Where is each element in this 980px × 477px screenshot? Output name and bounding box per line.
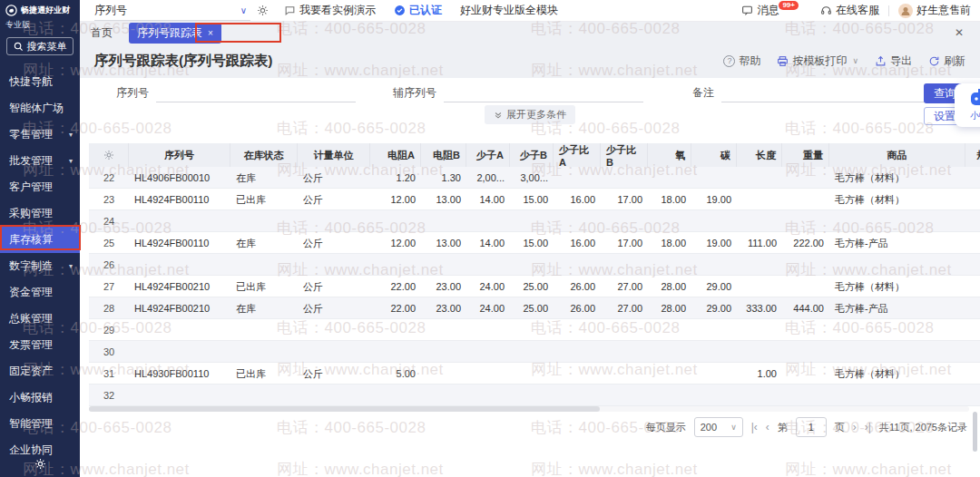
expand-more-conditions-button[interactable]: 展开更多条件 — [485, 105, 575, 124]
column-header[interactable]: 少子比B — [601, 143, 648, 167]
sidebar-item-13[interactable]: 智能管理 — [0, 411, 80, 437]
table-cell — [554, 341, 601, 363]
table-cell: 毛方棒（材料） — [829, 189, 965, 210]
export-button[interactable]: 导出 — [875, 54, 912, 69]
column-header[interactable]: 规格型号 — [965, 143, 980, 167]
sidebar-search-button[interactable]: 搜索菜单 — [6, 37, 74, 55]
user-menu[interactable]: 好生意售前 — [898, 3, 971, 18]
column-header[interactable]: 重量 — [782, 143, 829, 167]
table-cell: 25.00 — [510, 276, 554, 297]
certified-badge[interactable]: 已认证 — [394, 3, 442, 18]
sidebar-item-11[interactable]: 固定资产 — [0, 358, 80, 385]
prev-page-icon[interactable]: ‹ — [766, 421, 769, 433]
table-cell: 12.00 — [370, 232, 421, 254]
print-by-template-button[interactable]: 按模板打印 ∨ — [777, 54, 858, 69]
column-header[interactable]: 少子比A — [554, 143, 601, 167]
table-row[interactable]: 30 — [89, 341, 980, 363]
app-logo[interactable]: 畅捷通好业财 — [0, 0, 80, 17]
help-button[interactable]: ? 帮助 — [723, 54, 760, 69]
sidebar-item-2[interactable]: 零售管理▾ — [0, 122, 80, 148]
close-icon[interactable]: ✕ — [955, 26, 964, 39]
sidebar-item-1[interactable]: 智能体广场 — [0, 95, 80, 122]
column-header[interactable]: 电阻B — [421, 143, 466, 167]
tab-close-icon[interactable]: × — [208, 28, 213, 38]
sidebar-item-7[interactable]: 数字制造▾ — [0, 253, 80, 279]
table-row[interactable]: 25HL4924FB00110在库公斤12.0013.0014.0015.001… — [89, 232, 980, 254]
table-cell — [965, 167, 980, 189]
messages-button[interactable]: 消息 99+ — [741, 3, 802, 18]
table-cell — [782, 385, 829, 406]
last-page-icon[interactable]: ›| — [865, 421, 871, 433]
column-settings-gear-icon[interactable] — [89, 143, 129, 167]
table-cell — [737, 254, 782, 276]
first-page-icon[interactable]: |‹ — [751, 421, 758, 433]
table-row[interactable]: 24 — [89, 210, 980, 232]
column-header[interactable]: 氧 — [648, 143, 691, 167]
filter-remark-input[interactable] — [721, 86, 926, 102]
table-cell: 24.00 — [466, 297, 510, 319]
global-search-select[interactable]: 序列号 ∨ — [94, 1, 250, 21]
column-header[interactable]: 序列号 — [129, 143, 230, 167]
sidebar-item-label: 智能管理 — [9, 416, 53, 432]
table-cell — [510, 210, 554, 232]
sidebar-item-10[interactable]: 发票管理 — [0, 332, 80, 358]
next-page-icon[interactable]: › — [853, 421, 857, 433]
column-header[interactable]: 电阻A — [370, 143, 421, 167]
table-cell — [370, 254, 421, 276]
sidebar-item-8[interactable]: 资金管理 — [0, 279, 80, 306]
per-page-select[interactable]: 200 ∨ — [694, 417, 743, 437]
table-body: 22HL4906FB00010在库公斤1.201.302,00...3,00..… — [89, 167, 980, 406]
column-header[interactable]: 碳 — [691, 143, 737, 167]
column-header[interactable]: 长度 — [737, 143, 782, 167]
sidebar-item-4[interactable]: 客户管理 — [0, 174, 80, 200]
table-cell: 13.00 — [421, 232, 466, 254]
sidebar-settings-gear-icon[interactable] — [0, 457, 80, 473]
sidebar-item-9[interactable]: 总账管理 — [0, 306, 80, 332]
table-row[interactable]: 26 — [89, 254, 980, 276]
refresh-button[interactable]: 刷新 — [928, 54, 965, 69]
sidebar-item-3[interactable]: 批发管理▾ — [0, 148, 80, 174]
tab-serial-tracking[interactable]: 序列号跟踪表 × — [129, 23, 221, 44]
message-icon — [741, 5, 753, 16]
sidebar-item-5[interactable]: 采购管理 — [0, 200, 80, 227]
table-cell: 27 — [89, 276, 129, 297]
horizontal-scrollbar[interactable] — [89, 406, 969, 412]
table-row[interactable]: 27HL4924FB00210已出库公斤22.0023.0024.0025.00… — [89, 276, 980, 297]
assistant-widget[interactable]: 小畅 — [955, 83, 980, 127]
column-header[interactable]: 在库状态 — [230, 143, 298, 167]
table-cell: 19.00 — [691, 232, 737, 254]
table-row[interactable]: 22HL4906FB00010在库公斤1.201.302,00...3,00..… — [89, 167, 980, 189]
support-button[interactable]: 在线客服 — [820, 3, 879, 18]
table-row[interactable]: 23HL4924FB00110已出库公斤12.0013.0014.0015.00… — [89, 189, 980, 210]
filter-aux-serial-input[interactable] — [444, 86, 643, 102]
settings-gear-icon[interactable] — [257, 5, 269, 16]
sidebar-item-14[interactable]: 企业协同 — [0, 437, 80, 455]
horizontal-scrollbar-thumb[interactable] — [89, 406, 600, 412]
sidebar-item-0[interactable]: 快捷导航 — [0, 69, 80, 95]
table-cell — [466, 363, 510, 385]
table-cell — [737, 189, 782, 210]
table-cell: 已出库 — [230, 189, 298, 210]
double-chevron-down-icon — [494, 111, 503, 120]
sidebar-item-6[interactable]: 库存核算 — [0, 227, 80, 253]
tab-home[interactable]: 首页 — [91, 25, 113, 41]
table-cell: 15.00 — [510, 232, 554, 254]
table-row[interactable]: 32 — [89, 385, 980, 406]
table-cell: 17.00 — [601, 232, 648, 254]
table-row[interactable]: 31HL4930FB00110已出库公斤5.001.00毛方棒（材料） — [89, 363, 980, 385]
table-cell: 公斤 — [298, 276, 370, 297]
table-cell — [129, 385, 230, 406]
column-header[interactable]: 计量单位 — [298, 143, 370, 167]
page-number-input[interactable]: 1 — [796, 417, 827, 437]
vertical-scrollbar-thumb[interactable] — [973, 412, 977, 452]
table-row[interactable]: 29 — [89, 319, 980, 341]
column-header[interactable]: 商品 — [829, 143, 965, 167]
sidebar-item-12[interactable]: 小畅报销 — [0, 385, 80, 411]
column-header[interactable]: 少子B — [510, 143, 554, 167]
help-icon: ? — [723, 55, 735, 67]
table-row[interactable]: 28HL4924FB00210在库公斤22.0023.0024.0025.002… — [89, 297, 980, 319]
demo-link[interactable]: 我要看实例演示 — [284, 3, 376, 18]
sidebar: 畅捷通好业财 专业版 搜索菜单 快捷导航智能体广场零售管理▾批发管理▾客户管理采… — [0, 0, 80, 477]
column-header[interactable]: 少子A — [466, 143, 510, 167]
filter-serial-input[interactable] — [156, 86, 356, 102]
